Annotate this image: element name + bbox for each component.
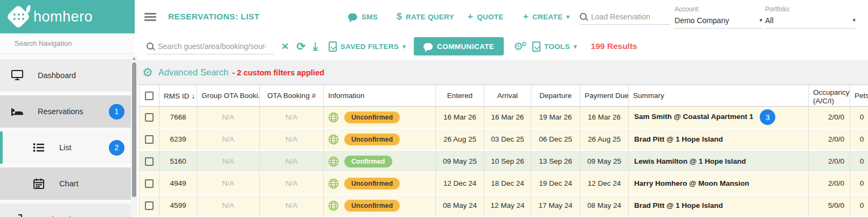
sidebar-search — [0, 33, 135, 54]
column-group-ota[interactable]: Group OTA Booki... — [197, 85, 260, 107]
column-departure[interactable]: Departure — [531, 85, 580, 107]
monitor-icon — [11, 69, 24, 82]
download-icon[interactable]: ⤓ — [313, 40, 318, 53]
custom-filters-text: - 2 custom filters applied — [232, 68, 324, 77]
homhero-logo-icon — [8, 5, 31, 29]
sms-button[interactable]: SMS — [348, 13, 378, 21]
row-checkbox[interactable] — [145, 135, 154, 144]
row-checkbox[interactable] — [145, 157, 154, 166]
globe-icon — [328, 200, 339, 211]
chevron-down-icon: ▾ — [574, 43, 577, 50]
refresh-icon[interactable]: ⟳ — [296, 40, 305, 53]
speech-bubble-icon — [423, 43, 433, 50]
scrollbar-thumb[interactable] — [132, 62, 136, 197]
reservation-summary-link[interactable]: Lewis Hamilton @ 1 Hope Island — [634, 157, 746, 165]
portfolio-select[interactable]: All ▾ — [765, 16, 856, 29]
select-all-checkbox[interactable] — [145, 92, 154, 100]
list-toolbar: ✕ ⟳ ⤓ SAVED FILTERS ▾ COMMUNICATE ⚙⚙ TOO… — [135, 33, 868, 59]
reservations-table-wrap: RMS ID↓ Group OTA Booki... OTA Booking #… — [139, 85, 868, 217]
guest-search-input[interactable] — [158, 42, 266, 51]
rate-query-button[interactable]: $ RATE QUERY — [397, 11, 454, 22]
account-label: Account: — [675, 5, 762, 13]
reservation-summary-link[interactable]: Harry Homhero @ Moon Mansion — [634, 179, 749, 187]
annotation-badge-3: 3 — [760, 109, 775, 125]
column-ota-booking[interactable]: OTA Booking # — [260, 85, 324, 107]
load-reservation-field — [580, 9, 670, 25]
status-badge: Confirmed — [344, 156, 392, 167]
chevron-down-icon: ▾ — [402, 43, 406, 50]
sidebar-scrollbar[interactable]: ▲ — [131, 55, 137, 216]
gear-icon: ⚙ — [142, 67, 153, 79]
column-summary[interactable]: Summary — [629, 85, 809, 107]
advanced-search-title: Advanced Search — [158, 67, 228, 78]
status-badge: Unconfirmed — [344, 134, 400, 145]
sidebar-item-chart[interactable]: Chart — [0, 167, 131, 200]
chevron-down-icon: ▾ — [566, 13, 570, 20]
column-entered[interactable]: Entered — [436, 85, 484, 107]
top-bar: RESERVATIONS: LIST SMS $ RATE QUERY + QU… — [135, 0, 868, 33]
annotation-badge-2: 2 — [109, 140, 124, 156]
saved-filters-button[interactable]: SAVED FILTERS ▾ — [329, 41, 406, 52]
status-badge: Unconfirmed — [344, 178, 400, 190]
file-icon — [532, 41, 540, 52]
sidebar-item-label: Dashboard — [38, 71, 76, 80]
column-information[interactable]: Information — [324, 85, 436, 107]
account-select[interactable]: Demo Company ▾ — [675, 16, 762, 29]
row-checkbox[interactable] — [145, 113, 154, 122]
guest-search-field — [147, 38, 274, 54]
calendar-icon — [32, 177, 45, 190]
chevron-down-icon: ▾ — [853, 17, 856, 24]
tools-button[interactable]: TOOLS ▾ — [532, 41, 577, 52]
quote-button[interactable]: + QUOTE — [468, 11, 504, 22]
nav-search-input[interactable] — [0, 39, 119, 47]
table-row[interactable]: 4949 N/A N/A Unconfirmed 12 Dec 24 18 De… — [139, 173, 868, 195]
speech-bubble-icon — [348, 13, 357, 20]
reservation-summary-link[interactable]: Sam Smith @ Coastal Apartment 1 — [634, 113, 753, 121]
menu-icon[interactable] — [144, 11, 156, 23]
table-header-row: RMS ID↓ Group OTA Booki... OTA Booking #… — [139, 85, 868, 107]
row-checkbox[interactable] — [145, 201, 154, 210]
column-rms-id[interactable]: RMS ID↓ — [159, 85, 197, 107]
table-row[interactable]: 4599 N/A N/A Unconfirmed 08 May 24 12 Ma… — [139, 195, 868, 217]
sort-desc-icon: ↓ — [191, 92, 195, 100]
search-icon — [580, 13, 587, 20]
status-badge: Unconfirmed — [344, 200, 400, 212]
reservation-summary-link[interactable]: Brad Pitt @ 1 Hope Island — [634, 201, 723, 209]
communicate-button[interactable]: COMMUNICATE — [414, 37, 504, 55]
load-reservation-input[interactable] — [591, 12, 661, 21]
column-pets[interactable]: Pets — [850, 85, 868, 107]
create-button[interactable]: + CREATE ▾ — [523, 11, 570, 22]
sidebar-item-label: List — [59, 143, 72, 152]
dollar-icon: $ — [397, 11, 402, 22]
table-row[interactable]: 7668 N/A N/A Unconfirmed 16 Mar 26 16 Ma… — [139, 107, 868, 129]
sidebar-item-reservations[interactable]: Reservations 1 — [0, 95, 131, 128]
account-select-block: Account: Demo Company ▾ — [675, 5, 762, 29]
scroll-up-icon[interactable]: ▲ — [131, 56, 137, 61]
sidebar-item-list[interactable]: List 2 — [0, 131, 131, 164]
column-arrival[interactable]: Arrival — [484, 85, 531, 107]
sidebar-item-dashboard[interactable]: Dashboard — [0, 59, 131, 92]
brand-name: homhero — [33, 9, 93, 25]
sidebar-item-label: Reservations — [38, 107, 84, 116]
column-payment-due[interactable]: Payment Due — [580, 85, 629, 107]
clear-search-icon[interactable]: ✕ — [281, 41, 289, 52]
brand-header[interactable]: homhero — [0, 0, 135, 33]
sidebar-item-registrations[interactable]: Registrations — [0, 204, 131, 217]
portfolio-select-block: Portfolio: All ▾ — [765, 5, 856, 29]
globe-icon — [328, 178, 339, 189]
table-row[interactable]: 6239 N/A N/A Unconfirmed 26 Aug 25 03 De… — [139, 129, 868, 151]
sidebar-item-label: Chart — [59, 179, 78, 188]
portfolio-label: Portfolio: — [765, 5, 856, 13]
globe-icon — [328, 112, 339, 123]
plus-icon: + — [468, 11, 473, 22]
advanced-search-bar[interactable]: ⚙ Advanced Search - 2 custom filters app… — [135, 60, 868, 85]
page-title: RESERVATIONS: LIST — [168, 12, 260, 22]
reservation-summary-link[interactable]: Brad Pitt @ 1 Hope Island — [634, 135, 723, 143]
file-icon — [329, 41, 337, 52]
table-row[interactable]: 5160 N/A N/A Confirmed 09 May 25 10 Sep … — [139, 151, 868, 173]
globe-icon — [328, 156, 339, 167]
list-icon — [32, 141, 45, 154]
settings-gears-icon[interactable]: ⚙⚙ — [513, 41, 529, 52]
row-checkbox[interactable] — [145, 179, 154, 188]
column-occupancy[interactable]: Occupancy(A/C/I) — [809, 85, 850, 107]
